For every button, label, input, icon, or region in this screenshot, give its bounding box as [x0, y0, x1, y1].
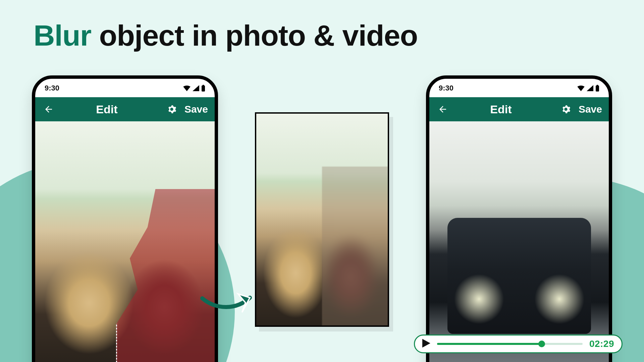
save-button[interactable]: Save: [579, 104, 602, 115]
play-icon: [422, 339, 430, 348]
appbar-title: Edit: [55, 103, 159, 116]
battery-icon: [201, 85, 205, 92]
arrow-left-icon: [438, 104, 448, 114]
appbar-title: Edit: [449, 103, 553, 116]
app-bar: Edit Save: [429, 97, 609, 121]
battery-icon: [595, 85, 599, 92]
svg-rect-3: [597, 85, 598, 86]
save-button[interactable]: Save: [184, 104, 208, 115]
signal-icon: [587, 85, 593, 91]
status-bar: 9:30: [35, 79, 215, 97]
settings-button[interactable]: [559, 103, 573, 116]
status-bar: 9:30: [429, 79, 609, 97]
progress-slider[interactable]: [437, 343, 583, 345]
phone-mockup-left: 9:30 Edit Save: [32, 75, 218, 362]
headline: Blur object in photo & video: [34, 18, 418, 53]
gear-icon: [167, 105, 176, 114]
status-time: 9:30: [439, 84, 453, 93]
video-frame-preview: [429, 121, 609, 362]
settings-button[interactable]: [165, 103, 178, 116]
app-bar: Edit Save: [35, 97, 215, 121]
playback-timestamp: 02:29: [589, 339, 614, 349]
video-canvas[interactable]: [429, 121, 609, 362]
wifi-icon: [183, 85, 191, 91]
wifi-icon: [577, 85, 585, 91]
video-playback-bar: 02:29: [414, 335, 623, 353]
progress-fill: [437, 343, 542, 345]
svg-rect-1: [203, 85, 204, 86]
headline-rest: object in photo & video: [91, 19, 418, 52]
status-time: 9:30: [45, 84, 59, 93]
photo-canvas[interactable]: [35, 121, 215, 362]
svg-rect-0: [202, 85, 205, 92]
back-button[interactable]: [42, 103, 55, 116]
blurred-area: [322, 167, 388, 325]
back-button[interactable]: [436, 103, 449, 116]
phone-mockup-right: 9:30 Edit Save: [426, 75, 612, 362]
status-icons: [577, 85, 599, 92]
arrow-right-icon: [200, 278, 260, 315]
headline-accent: Blur: [34, 19, 91, 52]
svg-rect-2: [596, 85, 599, 92]
arrow-left-icon: [44, 104, 54, 114]
gear-icon: [561, 105, 571, 114]
play-button[interactable]: [422, 339, 430, 349]
signal-icon: [193, 85, 199, 91]
status-icons: [183, 85, 205, 92]
result-preview-card: [255, 112, 389, 327]
progress-thumb[interactable]: [538, 341, 545, 347]
